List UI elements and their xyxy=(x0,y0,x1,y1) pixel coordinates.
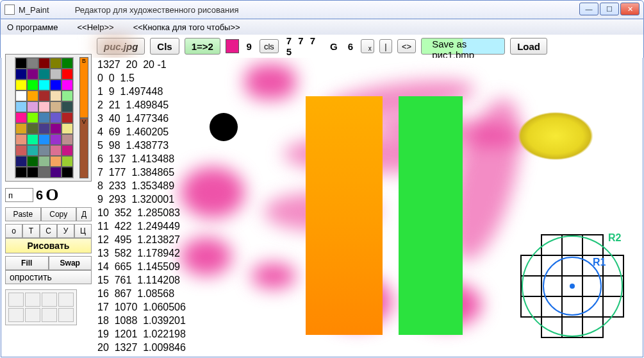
palette-cell[interactable] xyxy=(15,167,27,178)
palette-cell[interactable] xyxy=(27,69,38,80)
letter-button-У[interactable]: У xyxy=(57,224,74,238)
palette-cell[interactable] xyxy=(27,80,38,90)
palette-cell[interactable] xyxy=(50,112,62,123)
palette-cell[interactable] xyxy=(62,156,73,167)
minimize-button[interactable]: — xyxy=(579,3,599,15)
letter-button-о[interactable]: о xyxy=(5,224,22,238)
palette-cell[interactable] xyxy=(50,90,62,101)
load-button[interactable]: Load xyxy=(510,38,547,55)
palette-cell[interactable] xyxy=(62,112,73,123)
palette-cell[interactable] xyxy=(62,90,73,101)
cls-button-2[interactable]: cls xyxy=(260,39,279,53)
palette-cell[interactable] xyxy=(50,69,62,80)
palette-cell[interactable] xyxy=(15,156,27,167)
palette-side-strip: B V xyxy=(79,57,88,178)
current-color-swatch[interactable] xyxy=(226,39,239,53)
palette-cell[interactable] xyxy=(62,123,73,134)
cls-button-1[interactable]: Cls xyxy=(150,38,179,55)
palette-cell[interactable] xyxy=(38,80,50,90)
draw-button[interactable]: Рисовать xyxy=(5,238,92,253)
palette-cell[interactable] xyxy=(27,145,38,156)
letter-button-Ц[interactable]: Ц xyxy=(74,224,92,238)
palette-cell[interactable] xyxy=(50,156,62,167)
text-input[interactable] xyxy=(5,188,33,202)
palette-cell[interactable] xyxy=(38,112,50,123)
bar-button[interactable]: | xyxy=(379,39,392,53)
color-palette-grid[interactable] xyxy=(15,57,74,178)
palette-cell[interactable] xyxy=(50,58,62,69)
palette-cell[interactable] xyxy=(50,167,62,178)
color-palette-panel: B V xyxy=(5,54,92,182)
canvas-area[interactable]: R2 R1 xyxy=(97,58,643,357)
palette-cell[interactable] xyxy=(38,101,50,112)
palette-cell[interactable] xyxy=(27,156,38,167)
fill-button[interactable]: Fill xyxy=(5,256,49,270)
palette-cell[interactable] xyxy=(27,90,38,101)
palette-cell[interactable] xyxy=(62,145,73,156)
palette-cell[interactable] xyxy=(27,58,38,69)
menu-help[interactable]: <<Help>> xyxy=(78,22,114,32)
palette-cell[interactable] xyxy=(62,58,73,69)
x-button[interactable]: x xyxy=(361,39,374,53)
lemon-image xyxy=(514,104,597,168)
letter-button-Т[interactable]: Т xyxy=(22,224,40,238)
maximize-button[interactable]: ☐ xyxy=(600,3,619,15)
palette-cell[interactable] xyxy=(62,69,73,80)
palette-cell[interactable] xyxy=(27,167,38,178)
letter-button-С[interactable]: С xyxy=(40,224,57,238)
palette-cell[interactable] xyxy=(50,80,62,90)
d-button[interactable]: Д xyxy=(76,207,92,221)
svg-point-12 xyxy=(570,284,575,289)
palette-cell[interactable] xyxy=(38,123,50,134)
swap-button[interactable]: Swap xyxy=(49,256,92,270)
diamond-button[interactable]: <> xyxy=(397,39,416,53)
sidebar: B V 6 O Paste Copy Д оТСУЦ Рисовать Fill… xyxy=(5,58,92,325)
palette-cell[interactable] xyxy=(15,58,27,69)
menu-button-for[interactable]: <<Кнопка для того чтобы>> xyxy=(133,22,240,32)
palette-cell[interactable] xyxy=(50,123,62,134)
palette-cell[interactable] xyxy=(50,101,62,112)
palette-cell[interactable] xyxy=(38,58,50,69)
btn-1-to-2[interactable]: 1=>2 xyxy=(185,38,220,55)
palette-cell[interactable] xyxy=(27,134,38,145)
palette-cell[interactable] xyxy=(62,134,73,145)
side-strip-b[interactable]: B xyxy=(79,57,88,118)
palette-cell[interactable] xyxy=(38,90,50,101)
palette-cell[interactable] xyxy=(38,156,50,167)
palette-cell[interactable] xyxy=(15,134,27,145)
palette-cell[interactable] xyxy=(15,101,27,112)
simplify-button[interactable]: опростить xyxy=(5,270,92,284)
palette-cell[interactable] xyxy=(15,90,27,101)
palette-cell[interactable] xyxy=(38,145,50,156)
btn-2-to-1[interactable]: 2=>1 xyxy=(97,38,133,55)
app-icon xyxy=(4,4,15,15)
palette-cell[interactable] xyxy=(62,167,73,178)
app-name: M_Paint xyxy=(19,5,49,15)
x-label: x xyxy=(368,45,372,52)
save-as-button[interactable]: Save as рис1.bmp xyxy=(421,38,505,55)
palette-cell[interactable] xyxy=(38,167,50,178)
r2-label: R2 xyxy=(608,232,622,243)
palette-cell[interactable] xyxy=(27,101,38,112)
palette-cell[interactable] xyxy=(62,80,73,90)
palette-cell[interactable] xyxy=(15,80,27,90)
palette-cell[interactable] xyxy=(27,112,38,123)
paste-button[interactable]: Paste xyxy=(5,207,41,221)
palette-cell[interactable] xyxy=(50,145,62,156)
palette-cell[interactable] xyxy=(62,101,73,112)
palette-cell[interactable] xyxy=(50,134,62,145)
palette-cell[interactable] xyxy=(15,112,27,123)
num-6: 6 xyxy=(36,188,43,203)
side-strip-v[interactable]: V xyxy=(79,118,88,179)
palette-cell[interactable] xyxy=(27,123,38,134)
recent-swatches[interactable] xyxy=(5,289,77,325)
close-button[interactable]: ✕ xyxy=(620,3,640,15)
palette-cell[interactable] xyxy=(38,134,50,145)
palette-cell[interactable] xyxy=(38,69,50,80)
copy-button[interactable]: Copy xyxy=(41,207,77,221)
palette-cell[interactable] xyxy=(15,145,27,156)
palette-cell[interactable] xyxy=(15,69,27,80)
palette-cell[interactable] xyxy=(15,123,27,134)
orange-rectangle xyxy=(306,96,383,335)
menu-about[interactable]: О программе xyxy=(7,22,58,32)
